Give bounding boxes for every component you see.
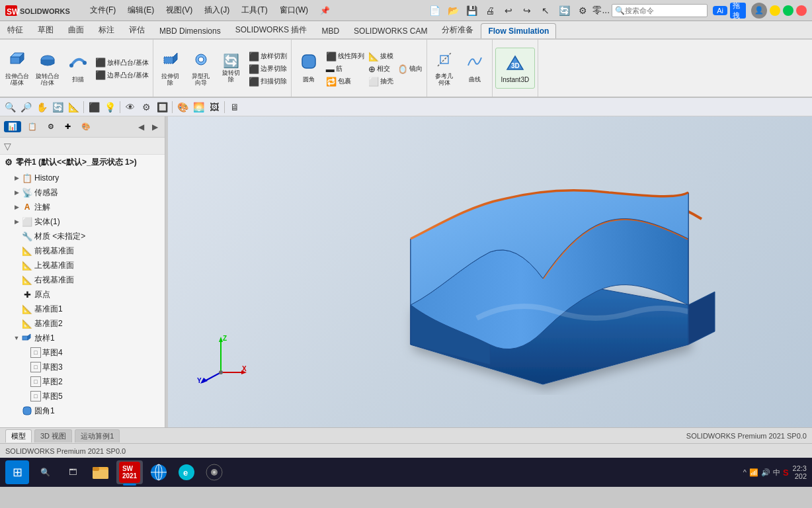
tray-arrow[interactable]: ^: [743, 468, 747, 476]
revolve-boss-btn[interactable]: 旋转凸台/台体: [33, 48, 62, 89]
tab-sketch[interactable]: 草图: [30, 21, 61, 38]
taskview-btn[interactable]: 🗔: [61, 460, 85, 484]
clock-display[interactable]: 22:3 202: [793, 464, 807, 480]
search-input[interactable]: [625, 7, 704, 15]
ai-badge[interactable]: Ai: [713, 6, 727, 15]
tab-mbd-dimensions[interactable]: MBD Dimensions: [152, 23, 228, 38]
extrude-boss-btn[interactable]: 拉伸凸台/基体: [3, 48, 32, 89]
drag-btn[interactable]: 拖拽: [730, 3, 746, 19]
tab-surface[interactable]: 曲面: [61, 21, 91, 38]
taskbar-solidworks[interactable]: SW2021: [116, 460, 143, 484]
start-button[interactable]: ⊞: [5, 460, 29, 484]
section-view-btn[interactable]: 🔲: [155, 100, 169, 114]
status-tab-3dview[interactable]: 3D 视图: [34, 429, 72, 443]
tree-item-right-plane[interactable]: ▶ 📐 右视基准面: [0, 273, 165, 287]
tab-evaluate[interactable]: 评估: [122, 21, 152, 38]
tree-item-sketch5[interactable]: ▶ □ 草图5: [0, 389, 165, 403]
monitor-btn[interactable]: 🖥: [227, 100, 242, 114]
menu-file[interactable]: 文件(F): [85, 3, 121, 17]
open-btn[interactable]: 📂: [445, 3, 461, 19]
shell-btn[interactable]: ⬜ 抽壳: [367, 75, 395, 87]
sidebar-prev-btn[interactable]: ◀: [135, 121, 147, 133]
draft-btn[interactable]: 📐 拔模: [367, 50, 395, 62]
tree-item-sketch2[interactable]: ▶ □ 草图2: [0, 374, 165, 389]
tree-item-material[interactable]: ▶ 🔧 材质 <未指定>: [0, 229, 165, 243]
tray-network-icon[interactable]: 📶: [749, 468, 758, 477]
rotate-btn[interactable]: 🔄: [50, 100, 65, 114]
zoom-to-fit-btn[interactable]: 🔍: [3, 100, 17, 114]
sidebar-tab-model[interactable]: 📊: [4, 121, 21, 132]
search-taskbar-btn[interactable]: 🔍: [33, 460, 57, 484]
minimize-button[interactable]: [770, 5, 780, 16]
tree-item-sketch4[interactable]: ▶ □ 草图4: [0, 345, 165, 360]
boundary-cut-btn[interactable]: ⬛ 边界切除: [247, 63, 288, 75]
boundary-btn[interactable]: ⬛ 边界凸台/基体: [94, 69, 150, 81]
tree-item-plane2[interactable]: ▶ 📐 基准面2: [0, 316, 165, 331]
close-button[interactable]: [796, 5, 807, 16]
mirror-btn[interactable]: 🪞 镜向: [396, 63, 424, 75]
tree-item-notes[interactable]: ▶ A 注解: [0, 200, 165, 214]
tree-item-sensors[interactable]: ▶ 📡 传感器: [0, 185, 165, 200]
tree-item-fillet1[interactable]: ▶ 圆角1: [0, 403, 165, 418]
search-box[interactable]: 🔍: [612, 4, 708, 17]
menu-pin[interactable]: 📌: [315, 5, 335, 17]
undo-btn[interactable]: ↩: [501, 3, 516, 19]
tree-item-front-plane[interactable]: ▶ 📐 前视基准面: [0, 243, 165, 258]
instant3d-btn[interactable]: 3D Instant3D: [495, 48, 535, 89]
loft-boss-btn[interactable]: ⬛ 放样凸台/基体: [94, 57, 150, 69]
appearance-btn[interactable]: 🎨: [175, 100, 190, 114]
menu-window[interactable]: 窗口(W): [274, 3, 313, 17]
sidebar-tab-config[interactable]: ⚙: [44, 121, 58, 132]
select-btn[interactable]: ↖: [538, 3, 553, 19]
tree-item-plane1[interactable]: ▶ 📐 基准面1: [0, 302, 165, 316]
zoom-btn[interactable]: 🔎: [19, 100, 33, 114]
tree-item-history[interactable]: ▶ 📋 History: [0, 171, 165, 185]
tree-root-item[interactable]: ⚙ 零件1 (默认<<默认>_显示状态 1>): [0, 155, 165, 169]
taskbar-explorer2[interactable]: e: [175, 460, 198, 484]
display-style-btn[interactable]: ⬛: [87, 100, 101, 114]
maximize-button[interactable]: [783, 5, 793, 16]
hole-wizard-btn[interactable]: 异型孔向导: [186, 48, 216, 89]
view-settings-btn[interactable]: ⚙: [139, 100, 153, 114]
linear-pattern-btn[interactable]: ⬛ 线性阵列: [325, 50, 366, 62]
taskbar-media[interactable]: [202, 460, 226, 484]
tree-item-solid[interactable]: ▶ ⬜ 实体(1): [0, 214, 165, 229]
menu-view[interactable]: 视图(V): [161, 3, 198, 17]
save-btn[interactable]: 💾: [464, 3, 479, 19]
menu-edit[interactable]: 编辑(E): [122, 3, 159, 17]
decals-btn[interactable]: 🖼: [207, 100, 222, 114]
sidebar-tab-property[interactable]: 📋: [24, 121, 41, 132]
taskbar-browser[interactable]: [147, 460, 171, 484]
tree-item-sketch3[interactable]: ▶ □ 草图3: [0, 360, 165, 374]
rib-btn[interactable]: ▬ 筋: [325, 63, 366, 75]
redo-btn[interactable]: ↪: [519, 3, 535, 19]
print-btn[interactable]: 🖨: [482, 3, 498, 19]
fillet-btn[interactable]: 圆角: [294, 48, 323, 89]
extrude-cut-btn[interactable]: 拉伸切除: [156, 48, 185, 89]
tab-sw-plugins[interactable]: SOLIDWORKS 插件: [228, 21, 315, 38]
revolve-cut-btn[interactable]: 🔄 旋转切除: [217, 48, 246, 89]
menu-insert[interactable]: 插入(J): [199, 3, 235, 17]
tab-annotation[interactable]: 标注: [91, 21, 122, 38]
pan-btn[interactable]: ✋: [34, 100, 49, 114]
taskbar-file-explorer[interactable]: [89, 460, 112, 484]
tray-ime-icon[interactable]: 中: [773, 468, 780, 478]
view-orient-btn[interactable]: 📐: [66, 100, 81, 114]
new-btn[interactable]: 📄: [426, 3, 442, 19]
intersect-btn[interactable]: ⊕ 相交: [367, 63, 395, 75]
viewport-3d[interactable]: Z X Y: [168, 116, 812, 427]
sidebar-tab-appearance[interactable]: 🎨: [77, 121, 95, 132]
sidebar-next-btn[interactable]: ▶: [149, 121, 161, 133]
tab-features[interactable]: 特征: [0, 21, 30, 38]
status-tab-model[interactable]: 模型: [5, 429, 32, 443]
tree-item-loft1[interactable]: ▼ 放样1: [0, 331, 165, 345]
menu-tools[interactable]: 工具(T): [236, 3, 272, 17]
scenes-btn[interactable]: 🌅: [191, 100, 206, 114]
rebuild-btn[interactable]: 🔄: [556, 3, 572, 19]
tree-item-origin[interactable]: ▶ ✚ 原点: [0, 287, 165, 302]
tab-analysis[interactable]: 分析准备: [434, 21, 481, 38]
tab-mbd[interactable]: MBD: [314, 23, 346, 38]
sweep-btn[interactable]: 扫描: [63, 48, 93, 89]
options-btn[interactable]: ⚙: [575, 3, 590, 19]
hide-show-btn[interactable]: 👁: [123, 100, 138, 114]
